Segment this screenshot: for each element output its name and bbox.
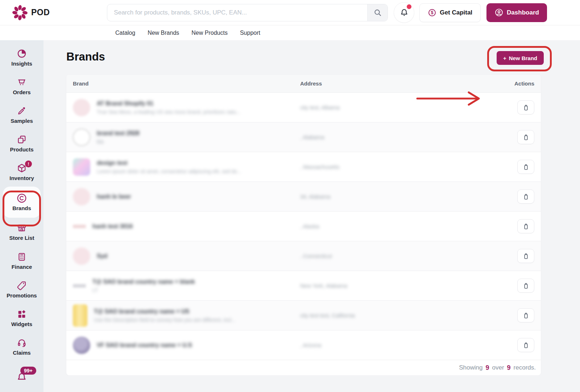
app-logo[interactable]: POD: [12, 5, 50, 20]
search-input[interactable]: [107, 9, 367, 16]
delete-brand-button[interactable]: [517, 308, 534, 322]
brand-avatar: [73, 284, 86, 288]
brand-description: True Sea Moss, a leading US sea moss bra…: [97, 109, 240, 115]
sidebar-item-brands[interactable]: Brands: [3, 187, 41, 218]
get-capital-label: Get Capital: [440, 9, 472, 16]
sidebar-item-finance[interactable]: Finance: [3, 246, 41, 275]
table-row[interactable]: VF SAO brand country name = U.S, Arizona: [66, 330, 541, 360]
total-count: 9: [507, 364, 511, 372]
main-content: Brands + New Brand Brand Address Actions…: [44, 40, 580, 392]
nav-item-support[interactable]: Support: [240, 30, 260, 36]
user-circle-icon: [494, 8, 504, 17]
delete-brand-button[interactable]: [517, 189, 534, 204]
brand-avatar: [73, 129, 90, 146]
sidebar: Insights Orders Samples: [0, 40, 44, 392]
brand-cell: AT Brand Shopify 01True Sea Moss, a lead…: [73, 99, 300, 116]
new-brand-button[interactable]: + New Brand: [497, 51, 544, 65]
brand-avatar: [73, 99, 90, 116]
delete-brand-button[interactable]: [517, 100, 534, 114]
page-title: Brands: [66, 50, 105, 63]
trash-icon: [522, 282, 530, 289]
table-footer: Showing 9 over 9 records.: [66, 360, 541, 375]
svg-text:$: $: [431, 10, 434, 15]
trash-icon: [522, 342, 530, 349]
brand-name: VF SAO brand country name = U.S: [97, 342, 192, 349]
table-body: AT Brand Shopify 01True Sea Moss, a lead…: [66, 92, 541, 360]
sidebar-item-label: Inventory: [9, 175, 34, 181]
trash-icon: [522, 134, 530, 141]
search-button[interactable]: [367, 4, 388, 21]
dollar-circle-icon: $: [428, 8, 436, 17]
sidebar-item-widgets[interactable]: Widgets: [3, 304, 41, 332]
sidebar-item-label: Claims: [13, 350, 30, 356]
sidebar-item-claims[interactable]: Claims: [3, 333, 41, 361]
delete-brand-button[interactable]: [517, 249, 534, 263]
sidebar-item-samples[interactable]: Samples: [3, 100, 41, 129]
brand-cell: VF SAO brand country name = U.S: [73, 337, 300, 354]
bell-icon: 99+: [16, 372, 28, 383]
delete-brand-button[interactable]: [517, 338, 534, 352]
nav-item-catalog[interactable]: Catalog: [115, 30, 135, 36]
brand-cell: design testLorem ipsum dolor sit amet, c…: [73, 158, 300, 176]
sidebar-item-orders[interactable]: Orders: [3, 72, 41, 100]
brand-name: brand test 2928: [97, 130, 139, 137]
table-row[interactable]: T@ SAO brand country name = blankLTNew Y…: [66, 271, 541, 300]
table-row[interactable]: brand test 2928bla, Alabama: [66, 122, 541, 152]
nav-item-new-products[interactable]: New Products: [191, 30, 228, 36]
headset-icon: [17, 338, 27, 348]
new-brand-label: New Brand: [509, 55, 537, 61]
brand-name: AT Brand Shopify 01: [97, 100, 240, 107]
delete-brand-button[interactable]: [517, 219, 534, 233]
brand-address: , Alabama: [300, 134, 494, 140]
brand-cell: hanh test 3016: [73, 223, 300, 230]
brand-name: hanh test 3016: [92, 223, 133, 230]
tag-icon: [17, 280, 27, 291]
trash-icon: [522, 163, 530, 171]
get-capital-button[interactable]: $ Get Capital: [419, 3, 481, 22]
page-title-row: Brands + New Brand: [44, 40, 580, 75]
over-label: over: [492, 364, 504, 371]
delete-brand-button[interactable]: [517, 279, 534, 293]
sidebar-item-insights[interactable]: Insights: [3, 43, 41, 72]
table-row[interactable]: T@ SAO brand country name = USUse the De…: [66, 300, 541, 330]
notifications-count-badge: 99+: [20, 367, 36, 375]
sidebar-item-store-list[interactable]: Store List: [3, 218, 41, 246]
brand-name: T@ SAO brand country name = blank: [92, 279, 195, 285]
brand-description: bla: [97, 139, 139, 145]
table-row[interactable]: hanh test 3016, Alaska: [66, 211, 541, 241]
brand-avatar: [73, 188, 90, 205]
sidebar-item-label: Widgets: [11, 321, 32, 327]
column-header-actions: Actions: [494, 80, 534, 87]
copyright-icon: [16, 193, 27, 203]
notifications-button[interactable]: [394, 2, 414, 23]
sidebar-item-label: Orders: [13, 89, 30, 95]
sidebar-item-promotions[interactable]: Promotions: [3, 275, 41, 304]
sidebar-item-inventory[interactable]: ! Inventory: [3, 158, 41, 187]
sidebar-item-label: Samples: [11, 118, 33, 124]
trash-icon: [522, 253, 530, 260]
delete-brand-button[interactable]: [517, 160, 534, 174]
brand-address: , Alaska: [300, 223, 494, 229]
brand-cell: Syd: [73, 247, 300, 265]
brand-avatar: [73, 304, 87, 327]
dashboard-button[interactable]: Dashboard: [486, 3, 547, 22]
brand-name: design test: [97, 160, 241, 166]
table-row[interactable]: AT Brand Shopify 01True Sea Moss, a lead…: [66, 92, 541, 122]
brand-address: 34, Alabama: [300, 193, 494, 200]
brands-table: Brand Address Actions AT Brand Shopify 0…: [66, 75, 541, 375]
brand-cell: hanh le beer: [73, 188, 300, 205]
sidebar-item-label: Products: [10, 146, 33, 153]
table-row[interactable]: Syd, Connecticut: [66, 241, 541, 271]
table-row[interactable]: design testLorem ipsum dolor sit amet, c…: [66, 152, 541, 182]
eyedropper-icon: [17, 106, 27, 116]
sidebar-item-products[interactable]: Products: [3, 129, 41, 158]
delete-brand-button[interactable]: [517, 130, 534, 144]
sidebar-item-label: Finance: [12, 264, 32, 270]
widgets-icon: [17, 309, 27, 319]
sidebar-item-notifications[interactable]: 99+: [3, 363, 41, 392]
nav-item-new-brands[interactable]: New Brands: [148, 30, 179, 36]
records-label: records.: [514, 364, 536, 371]
inventory-alert-badge: !: [25, 160, 32, 167]
table-row[interactable]: hanh le beer34, Alabama: [66, 182, 541, 211]
brand-address: New York, Alabama: [300, 283, 494, 289]
